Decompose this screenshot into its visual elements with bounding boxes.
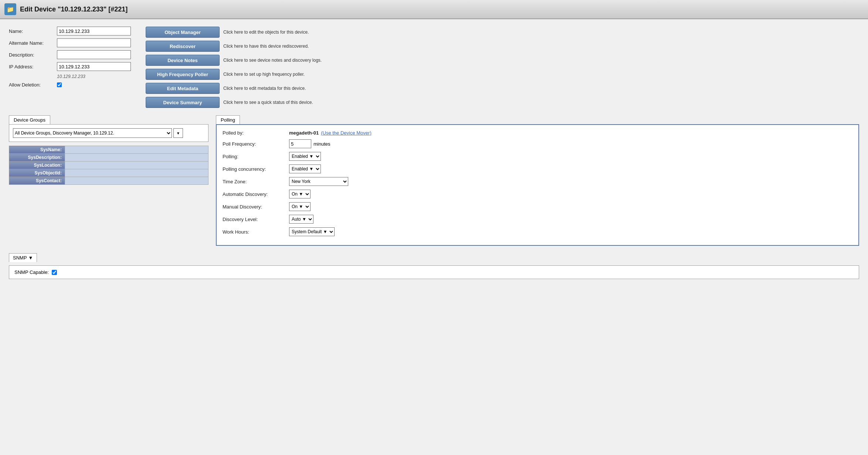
polling-panel: Polling Polled by: megadeth-01 (Use the …	[216, 115, 859, 246]
allow-deletion-row: Allow Deletion:	[9, 82, 131, 88]
time-zone-label: Time Zone:	[223, 179, 289, 184]
poll-frequency-unit: minutes	[313, 141, 330, 147]
snmp-content: SNMP Capable:	[9, 265, 859, 279]
name-label: Name:	[9, 28, 57, 34]
work-hours-select[interactable]: System Default ▼ Always Never	[289, 227, 335, 236]
page-title: Edit Device "10.129.12.233" [#221]	[20, 6, 128, 13]
device-notes-button[interactable]: Device Notes	[146, 55, 220, 66]
polling-select[interactable]: Enabled ▼ Disabled	[289, 152, 321, 161]
object-manager-desc: Click here to edit the objects for this …	[223, 30, 309, 35]
polling-content: Polled by: megadeth-01 (Use the Device M…	[216, 124, 859, 246]
manual-discovery-value: On ▼ Off	[289, 202, 311, 211]
time-zone-select[interactable]: New York Los Angeles Chicago London UTC	[289, 177, 348, 186]
snmp-tab-label: SNMP	[13, 255, 27, 261]
name-row: Name:	[9, 27, 131, 35]
right-buttons: Object Manager Click here to edit the ob…	[146, 27, 322, 108]
device-groups-panel: Device Groups All Device Groups, Discove…	[9, 115, 208, 246]
alternate-name-input[interactable]	[57, 38, 131, 47]
sys-value	[65, 162, 208, 169]
high-frequency-poller-button[interactable]: High Frequency Poller	[146, 69, 220, 80]
sys-value	[65, 154, 208, 162]
device-mover-link[interactable]: (Use the Device Mover)	[321, 130, 372, 136]
device-groups-content: All Device Groups, Discovery Manager, 10…	[9, 124, 208, 142]
poll-frequency-value: minutes	[289, 139, 330, 148]
manual-discovery-label: Manual Discovery:	[223, 204, 289, 210]
alternate-name-label: Alternate Name:	[9, 40, 57, 46]
rediscover-button[interactable]: Rediscover	[146, 41, 220, 52]
name-input[interactable]	[57, 27, 131, 35]
sys-label: SysContact:	[9, 177, 65, 185]
description-row: Description:	[9, 50, 131, 59]
ip-display: 10.129.12.233	[57, 74, 131, 79]
device-groups-select[interactable]: All Device Groups, Discovery Manager, 10…	[13, 128, 172, 138]
device-summary-row: Device Summary Click here to see a quick…	[146, 97, 322, 108]
discovery-level-select[interactable]: Auto ▼ Level 1 Level 2 Level 3	[289, 215, 313, 224]
left-form: Name: Alternate Name: Description: IP Ad…	[9, 27, 131, 108]
device-notes-desc: Click here to see device notes and disco…	[223, 58, 322, 63]
device-groups-dropdown-btn[interactable]: ▼	[173, 128, 183, 138]
manual-discovery-row: Manual Discovery: On ▼ Off	[223, 202, 852, 211]
edit-metadata-desc: Click here to edit metadata for this dev…	[223, 86, 306, 91]
table-row: SysObjectId:	[9, 169, 208, 177]
description-input[interactable]	[57, 50, 131, 59]
edit-metadata-button[interactable]: Edit Metadata	[146, 83, 220, 94]
poll-frequency-row: Poll Frequency: minutes	[223, 139, 852, 148]
device-groups-tab[interactable]: Device Groups	[9, 115, 50, 124]
polled-by-server: megadeth-01	[289, 130, 319, 136]
description-label: Description:	[9, 52, 57, 58]
polled-by-value: megadeth-01 (Use the Device Mover)	[289, 130, 372, 136]
polling-concurrency-select[interactable]: Enabled ▼ Disabled	[289, 164, 321, 173]
alternate-name-row: Alternate Name:	[9, 38, 131, 47]
work-hours-row: Work Hours: System Default ▼ Always Neve…	[223, 227, 852, 236]
table-row: SysDescription:	[9, 154, 208, 162]
object-manager-row: Object Manager Click here to edit the ob…	[146, 27, 322, 38]
rediscover-row: Rediscover Click here to have this devic…	[146, 41, 322, 52]
ip-address-input[interactable]	[57, 62, 131, 71]
table-row: SysName:	[9, 146, 208, 154]
discovery-level-value: Auto ▼ Level 1 Level 2 Level 3	[289, 215, 313, 224]
main-content: Name: Alternate Name: Description: IP Ad…	[0, 19, 868, 455]
poll-frequency-label: Poll Frequency:	[223, 141, 289, 147]
ip-address-label: IP Address:	[9, 64, 57, 69]
ip-address-row: IP Address:	[9, 62, 131, 71]
rediscover-desc: Click here to have this device rediscove…	[223, 44, 309, 49]
sys-value	[65, 169, 208, 177]
high-frequency-poller-desc: Click here to set up high frequency poll…	[223, 72, 305, 77]
app-icon: 📁	[4, 3, 16, 15]
polling-label: Polling:	[223, 154, 289, 159]
device-summary-button[interactable]: Device Summary	[146, 97, 220, 108]
sys-value	[65, 146, 208, 154]
manual-discovery-select[interactable]: On ▼ Off	[289, 202, 311, 211]
polled-by-row: Polled by: megadeth-01 (Use the Device M…	[223, 130, 852, 136]
automatic-discovery-label: Automatic Discovery:	[223, 191, 289, 197]
polling-concurrency-label: Polling concurrency:	[223, 166, 289, 172]
device-summary-desc: Click here to see a quick status of this…	[223, 100, 313, 105]
middle-section: Device Groups All Device Groups, Discove…	[9, 115, 859, 246]
polling-select-value: Enabled ▼ Disabled	[289, 152, 321, 161]
polling-concurrency-value: Enabled ▼ Disabled	[289, 164, 321, 173]
sys-label: SysName:	[9, 146, 65, 154]
table-row: SysLocation:	[9, 162, 208, 169]
automatic-discovery-select[interactable]: On ▼ Off	[289, 190, 311, 198]
snmp-tab[interactable]: SNMP ▼	[9, 253, 37, 262]
sys-value	[65, 177, 208, 185]
sys-label: SysObjectId:	[9, 169, 65, 177]
discovery-level-row: Discovery Level: Auto ▼ Level 1 Level 2 …	[223, 215, 852, 224]
snmp-capable-row: SNMP Capable:	[9, 266, 859, 279]
folder-icon: 📁	[7, 6, 14, 13]
table-row: SysContact:	[9, 177, 208, 185]
edit-metadata-row: Edit Metadata Click here to edit metadat…	[146, 83, 322, 94]
polled-by-label: Polled by:	[223, 130, 289, 136]
device-notes-row: Device Notes Click here to see device no…	[146, 55, 322, 66]
sys-table: SysName:SysDescription:SysLocation:SysOb…	[9, 146, 208, 185]
automatic-discovery-row: Automatic Discovery: On ▼ Off	[223, 190, 852, 198]
object-manager-button[interactable]: Object Manager	[146, 27, 220, 38]
snmp-section: SNMP ▼ SNMP Capable:	[9, 253, 859, 279]
snmp-capable-checkbox[interactable]	[52, 270, 57, 275]
work-hours-value: System Default ▼ Always Never	[289, 227, 335, 236]
allow-deletion-checkbox[interactable]	[57, 82, 62, 87]
snmp-dropdown-icon: ▼	[28, 255, 33, 261]
polling-tab[interactable]: Polling	[216, 115, 240, 124]
poll-frequency-input[interactable]	[289, 139, 311, 148]
automatic-discovery-value: On ▼ Off	[289, 190, 311, 198]
